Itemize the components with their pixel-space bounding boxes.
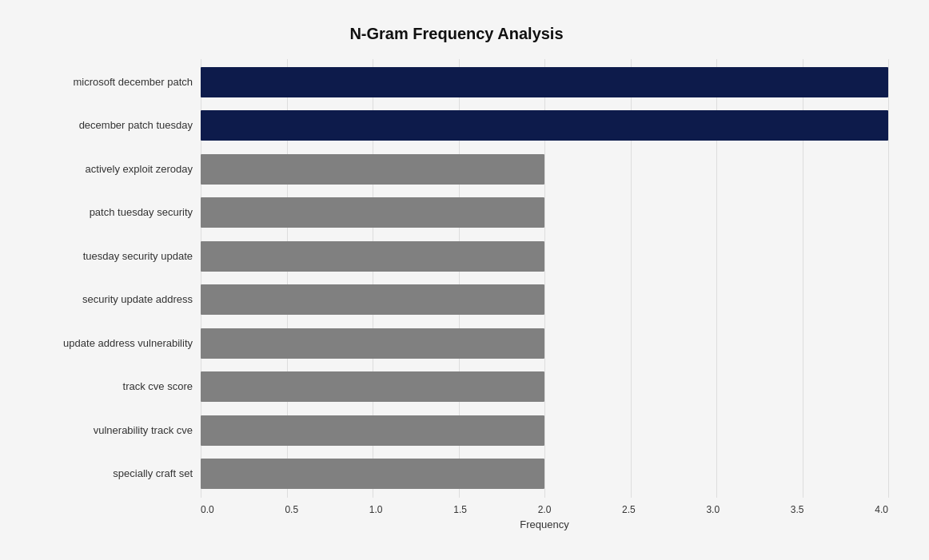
x-tick: 2.0 [538, 504, 552, 515]
x-tick: 0.0 [201, 504, 214, 515]
bar [201, 67, 888, 97]
bar-row [201, 62, 888, 103]
bar-row [201, 323, 888, 364]
bars-area [201, 59, 888, 498]
x-tick: 0.5 [285, 504, 298, 515]
bar [201, 371, 544, 402]
bar-row [201, 453, 888, 494]
bar-row [201, 192, 888, 233]
x-tick: 4.0 [875, 504, 888, 515]
y-label: track cve score [25, 366, 193, 407]
y-label: patch tuesday security [25, 192, 193, 233]
x-axis-label: Frequency [25, 518, 888, 530]
x-axis-ticks: 0.00.51.01.52.02.53.03.54.0 [201, 501, 888, 515]
chart-area: microsoft december patchdecember patch t… [25, 59, 888, 498]
y-label: microsoft december patch [25, 62, 193, 103]
bars-container [201, 59, 888, 498]
bar-row [201, 279, 888, 320]
grid-and-bars [201, 59, 888, 498]
bar [201, 110, 888, 141]
x-axis: 0.00.51.01.52.02.53.03.54.0 [25, 501, 888, 515]
y-label: december patch tuesday [25, 105, 193, 146]
x-tick: 2.5 [622, 504, 636, 515]
bar [201, 415, 544, 446]
y-label: specially craft set [25, 453, 193, 494]
bar [201, 241, 544, 272]
x-tick: 1.5 [453, 504, 467, 515]
bar-row [201, 149, 888, 190]
bar-row [201, 366, 888, 407]
bar-row [201, 105, 888, 146]
y-label: security update address [25, 279, 193, 320]
x-tick: 1.0 [369, 504, 383, 515]
grid-line [888, 59, 889, 498]
y-label: actively exploit zeroday [25, 149, 193, 190]
y-axis-labels: microsoft december patchdecember patch t… [25, 59, 201, 498]
x-tick: 3.0 [706, 504, 720, 515]
chart-title: N-Gram Frequency Analysis [25, 25, 888, 43]
chart-container: N-Gram Frequency Analysis microsoft dece… [9, 9, 920, 552]
bar [201, 459, 544, 489]
bar [201, 328, 544, 359]
bar [201, 197, 544, 228]
bar [201, 154, 544, 185]
bar-row [201, 410, 888, 451]
bar [201, 284, 544, 315]
y-label: update address vulnerability [25, 323, 193, 364]
y-label: tuesday security update [25, 236, 193, 277]
bar-row [201, 236, 888, 277]
y-label: vulnerability track cve [25, 410, 193, 451]
x-tick: 3.5 [791, 504, 804, 515]
